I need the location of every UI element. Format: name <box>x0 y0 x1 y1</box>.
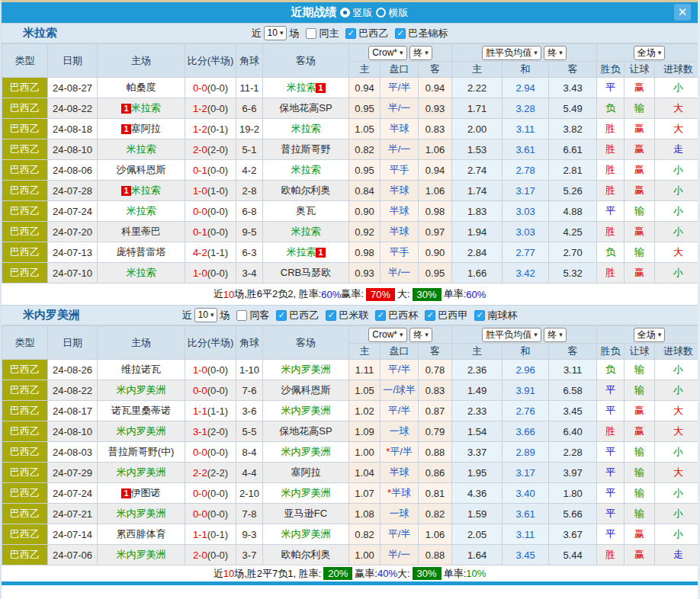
vertical-layout-label[interactable]: 竖版 <box>353 6 373 20</box>
match-count-select-value: 10 <box>268 27 278 39</box>
handicap-result: 赢 <box>625 524 655 545</box>
league-checkbox[interactable]: ✓ <box>395 28 406 39</box>
avg-away-odds: 5.44 <box>549 545 597 565</box>
avg-metric-select[interactable]: 胜平负均值▾ <box>482 46 541 60</box>
horizontal-layout-label[interactable]: 横版 <box>389 6 409 20</box>
handicap-value: 一球 <box>390 425 409 437</box>
summary-segment: 70% <box>366 288 395 301</box>
halftime-score: (1-1) <box>207 405 228 417</box>
results-table: 类型日期主场比分(半场)角球客场Crow*▾ 终▾胜平负均值▾ 终▾全场▾主盘口… <box>2 43 700 283</box>
league-checkbox-label[interactable]: 巴圣锦标 <box>408 27 448 40</box>
league-badge: 巴西乙 <box>2 119 48 139</box>
summary-segment: 30% <box>413 567 442 580</box>
match-date: 24-08-26 <box>48 360 98 380</box>
odds-period-select[interactable]: 终▾ <box>409 328 432 342</box>
odds-home: 1.05 <box>349 380 381 401</box>
home-team: 庞特普雷塔 <box>98 242 185 263</box>
league-checkbox[interactable]: ✓ <box>375 310 386 321</box>
home-team: 米内罗美洲 <box>98 421 185 442</box>
scope-select[interactable]: 全场▾ <box>634 328 666 342</box>
league-checkbox-label[interactable]: 巴米联 <box>339 309 368 322</box>
close-button[interactable]: ✕ <box>674 4 691 21</box>
league-checkbox[interactable]: ✓ <box>474 310 485 321</box>
column-header: 主场 <box>98 44 185 78</box>
home-team: 米拉索 <box>98 139 185 160</box>
avg-metric-select[interactable]: 胜平负均值▾ <box>482 328 541 342</box>
match-result: 胜 <box>597 263 625 283</box>
league-badge: 巴西乙 <box>2 401 48 421</box>
avg-draw-odds: 2.76 <box>503 401 549 421</box>
column-header: 日期 <box>48 44 98 78</box>
same-venue-checkbox[interactable] <box>306 28 316 39</box>
away-team-name: 塞阿拉 <box>291 466 321 478</box>
corners: 19-2 <box>236 119 263 139</box>
odds-home: 1.02 <box>349 401 381 421</box>
home-team-name: 沙佩科恩斯 <box>117 164 166 175</box>
corners: 3-4 <box>236 263 263 283</box>
chevron-down-icon: ▾ <box>425 47 429 59</box>
fulltime-score: 1-0 <box>193 364 207 376</box>
goals-result: 小 <box>655 222 700 242</box>
away-team-name: CRB马瑟欧 <box>281 267 331 278</box>
same-venue-label[interactable]: 同客 <box>249 309 269 322</box>
same-venue-label[interactable]: 同主 <box>319 27 339 40</box>
results-table: 类型日期主场比分(半场)角球客场Crow*▾ 终▾胜平负均值▾ 终▾全场▾主盘口… <box>2 325 700 565</box>
avg-away-odds: 3.11 <box>549 360 597 380</box>
corners: 6-8 <box>236 201 263 222</box>
same-venue-checkbox[interactable] <box>236 310 247 321</box>
column-header: 角球 <box>236 44 263 78</box>
league-checkbox[interactable]: ✓ <box>345 28 356 39</box>
sub-column-header: 客 <box>549 344 597 360</box>
odds-source-select[interactable]: Crow*▾ <box>368 46 406 60</box>
avg-home-odds: 1.83 <box>452 201 503 222</box>
home-team: 科里蒂巴 <box>98 222 185 242</box>
handicap: 半球 <box>381 119 419 139</box>
horizontal-layout-radio[interactable] <box>376 8 386 18</box>
summary-segment: 赢率: <box>341 287 364 301</box>
matches-label: 场 <box>289 27 299 40</box>
match-count-select[interactable]: 10▾ <box>264 26 287 40</box>
league-checkbox-label[interactable]: 南球杯 <box>487 309 517 322</box>
handicap-result: 赢 <box>625 222 655 242</box>
avg-draw-odds: 3.11 <box>503 119 549 139</box>
odds-period-select[interactable]: 终▾ <box>409 46 432 60</box>
table-row: 巴西乙24-07-241伊图诺0-0(0-0)2-10米内罗美洲1.07*半球0… <box>2 483 700 504</box>
handicap: 平手 <box>381 242 419 263</box>
avg-period-select[interactable]: 终▾ <box>544 46 567 60</box>
sub-column-header: 盘口 <box>381 62 419 78</box>
league-checkbox-label[interactable]: 巴西甲 <box>438 309 467 322</box>
match-count-select[interactable]: 10▾ <box>194 308 218 322</box>
score: 0-0(0-0) <box>185 78 236 98</box>
home-team: 沙佩科恩斯 <box>98 160 185 181</box>
red-card-badge: 1 <box>316 83 325 93</box>
match-result: 平 <box>597 442 625 463</box>
avg-period-select[interactable]: 终▾ <box>544 328 567 342</box>
score: 0-1(0-0) <box>185 160 236 181</box>
odds-home: 0.82 <box>349 524 381 545</box>
sub-column-header: 主 <box>349 344 381 360</box>
away-team-name: 沙佩科恩斯 <box>281 384 331 396</box>
summary-segment: 10% <box>466 568 486 579</box>
column-header: 比分(半场) <box>185 326 236 360</box>
home-team: 普拉斯哥野(中) <box>98 442 185 463</box>
scope-select[interactable]: 全场▾ <box>634 46 666 60</box>
vertical-layout-radio[interactable] <box>340 8 350 18</box>
match-result: 负 <box>597 242 625 263</box>
odds-source-select[interactable]: Crow*▾ <box>368 328 406 342</box>
league-checkbox-label[interactable]: 巴西杯 <box>388 309 418 322</box>
league-checkbox[interactable]: ✓ <box>425 310 435 321</box>
league-checkbox[interactable]: ✓ <box>326 310 336 321</box>
fulltime-score: 0-1 <box>193 165 207 176</box>
avg-away-odds: 6.61 <box>549 139 597 160</box>
chevron-down-icon: ▾ <box>210 309 214 321</box>
away-team-name: 亚马逊FC <box>284 508 327 519</box>
home-team: 米拉索 <box>98 263 185 283</box>
league-badge: 巴西乙 <box>2 181 48 201</box>
handicap: *半球 <box>381 483 419 504</box>
league-checkbox[interactable]: ✓ <box>276 310 287 321</box>
fulltime-score: 1-2 <box>193 103 207 114</box>
league-checkbox-label[interactable]: 巴西乙 <box>358 27 388 40</box>
odds-away: 0.87 <box>419 401 452 421</box>
handicap: 平/半 <box>381 360 419 380</box>
league-checkbox-label[interactable]: 巴西乙 <box>289 309 319 322</box>
